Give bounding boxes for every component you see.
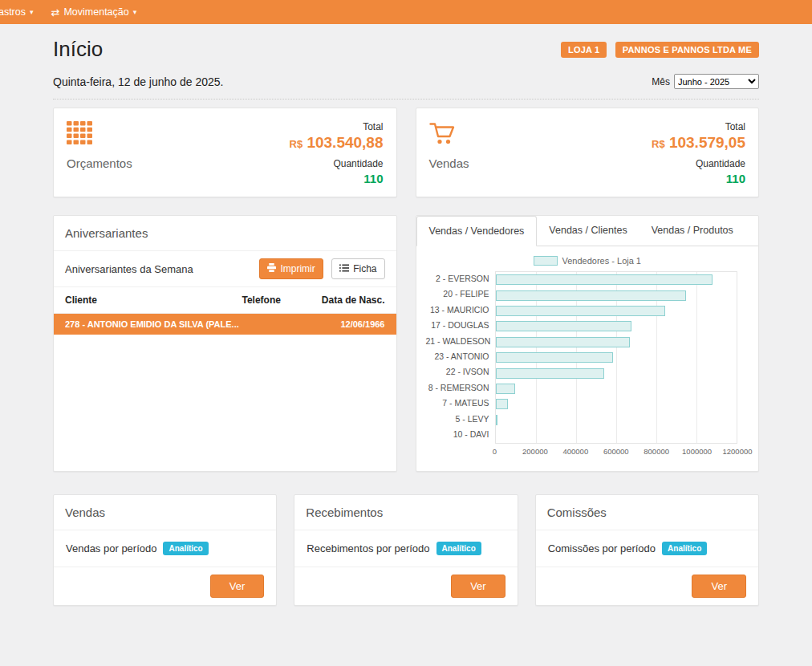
- ver-button[interactable]: Ver: [692, 575, 746, 598]
- date-row: Quinta-feira, 12 de junho de 2025. Mês J…: [53, 74, 759, 89]
- chart-category-label: 7 - MATEUS: [426, 396, 495, 411]
- chart-category-label: 2 - EVERSON: [426, 271, 495, 286]
- quantity-label: Quantidade: [290, 158, 384, 169]
- ver-button[interactable]: Ver: [210, 575, 265, 598]
- chart-category-label: 8 - REMERSON: [426, 380, 495, 396]
- ver-button[interactable]: Ver: [451, 575, 505, 598]
- currency-symbol: R$: [290, 138, 303, 150]
- stat-right: Total R$ 103.540,88 Quantidade 110: [290, 121, 384, 184]
- birthdays-buttons: Imprimir Ficha: [259, 258, 384, 279]
- file-button[interactable]: Ficha: [331, 258, 384, 279]
- divider: [53, 99, 759, 99]
- total-label: Total: [652, 121, 745, 132]
- bar-chart: 2 - EVERSON20 - FELIPE13 - MAURICIO17 - …: [416, 271, 759, 458]
- chevron-down-icon: ▾: [133, 8, 137, 16]
- print-button[interactable]: Imprimir: [259, 258, 323, 279]
- list-icon: [339, 263, 349, 274]
- gridline: [696, 272, 697, 443]
- analytic-badge: Analítico: [662, 542, 707, 555]
- panel-text: Vendas por período: [66, 542, 156, 554]
- panel-recebimentos: Recebimentos Recebimentos por período An…: [294, 494, 518, 606]
- chart-category-label: 22 - IVSON: [426, 364, 495, 380]
- chart-category-label: 17 - DOUGLAS: [426, 318, 495, 333]
- panel-text: Comissões por período: [548, 542, 656, 554]
- quantity-value: 110: [290, 172, 384, 185]
- stat-title: Vendas: [429, 156, 469, 170]
- panel-title: Vendas: [54, 495, 276, 530]
- tab-vendas-produtos[interactable]: Vendas / Produtos: [639, 216, 745, 246]
- calculator-icon: [67, 121, 132, 148]
- birthdays-title: Aniversariantes: [54, 216, 396, 251]
- panel-footer: Ver: [536, 567, 758, 605]
- chevron-down-icon: ▾: [30, 8, 34, 16]
- chart-tabs: Vendas / Vendedores Vendas / Clientes Ve…: [416, 216, 759, 246]
- tab-vendas-clientes[interactable]: Vendas / Clientes: [537, 216, 639, 246]
- stat-title: Orçamentos: [67, 156, 132, 170]
- nav-item-cadastros[interactable]: Cadastros ▾: [0, 0, 43, 24]
- panel-footer: Ver: [54, 567, 276, 605]
- transfer-icon: ⇄: [51, 6, 60, 18]
- birthdays-subtitle: Aniversariantes da Semana: [65, 263, 193, 275]
- panel-body: Recebimentos por período Analítico: [294, 530, 517, 567]
- tab-vendas-vendedores[interactable]: Vendas / Vendedores: [416, 216, 538, 246]
- chart-legend[interactable]: Vendedores - Loja 1: [416, 256, 759, 266]
- birthdays-table-header: Cliente Telefone Data de Nasc.: [54, 287, 396, 314]
- nav-item-label: Movimentação: [63, 6, 128, 18]
- chart-bar: [496, 337, 631, 347]
- analytic-badge: Analítico: [436, 542, 481, 555]
- legend-label: Vendedores - Loja 1: [562, 256, 641, 266]
- x-tick-label: 1200000: [723, 447, 753, 456]
- total-label: Total: [290, 121, 384, 132]
- column-header-telefone: Telefone: [242, 294, 311, 306]
- x-tick-label: 1000000: [682, 447, 712, 456]
- panel-title: Comissões: [536, 495, 758, 530]
- chart-bar: [496, 274, 713, 285]
- panel-title: Recebimentos: [294, 495, 517, 530]
- chart-category-label: 13 - MAURICIO: [426, 303, 495, 318]
- total-amount: R$ 103.579,05: [652, 134, 745, 152]
- x-tick-label: 600000: [603, 447, 629, 456]
- chart-bar: [496, 399, 508, 409]
- chart-bar: [496, 306, 666, 316]
- month-label: Mês: [652, 76, 670, 87]
- company-badge: PANNOS E PANNOS LTDA ME: [615, 42, 759, 58]
- chart-category-label: 10 - DAVI: [426, 427, 495, 442]
- quantity-label: Quantidade: [652, 158, 745, 169]
- chart-bar: [496, 368, 604, 379]
- chart-category-label: 23 - ANTONIO: [426, 349, 495, 364]
- nav-item-movimentacao[interactable]: ⇄ Movimentação ▾: [43, 0, 146, 24]
- legend-swatch: [534, 256, 558, 266]
- table-row[interactable]: 278 - ANTONIO EMIDIO DA SILVA (PALE... 1…: [54, 314, 396, 335]
- chart-area: 2 - EVERSON20 - FELIPE13 - MAURICIO17 - …: [426, 271, 738, 444]
- stat-right: Total R$ 103.579,05 Quantidade 110: [652, 121, 745, 184]
- chart-bar: [496, 384, 516, 394]
- chart-category-label: 5 - LEVY: [426, 412, 495, 427]
- nav-item-label: Cadastros: [0, 6, 26, 18]
- currency-symbol: R$: [652, 138, 665, 150]
- panels-row: Vendas Vendas por período Analítico Ver …: [53, 494, 759, 606]
- total-amount: R$ 103.540,88: [290, 134, 384, 152]
- x-tick-label: 400000: [562, 447, 588, 456]
- chart-bar: [496, 352, 613, 363]
- top-navbar: Cadastros ▾ ⇄ Movimentação ▾: [0, 0, 812, 24]
- current-date: Quinta-feira, 12 de junho de 2025.: [53, 75, 224, 88]
- chart-bar: [496, 415, 497, 425]
- chart-category-label: 20 - FELIPE: [426, 286, 495, 302]
- quantity-value: 110: [652, 172, 745, 185]
- stat-left: Vendas: [429, 121, 469, 184]
- birthdays-card: Aniversariantes Aniversariantes da Seman…: [53, 215, 397, 472]
- panel-vendas: Vendas Vendas por período Analítico Ver: [53, 494, 277, 606]
- amount-value: 103.579,05: [669, 134, 745, 151]
- x-tick-label: 200000: [522, 447, 548, 456]
- page-title: Início: [53, 37, 103, 62]
- chart-bar: [496, 321, 631, 331]
- amount-value: 103.540,88: [307, 134, 383, 151]
- printer-icon: [267, 263, 276, 274]
- birthdate-cell: 12/06/1966: [311, 319, 385, 329]
- x-tick-label: 800000: [644, 447, 669, 456]
- month-select[interactable]: Junho - 2025: [674, 74, 759, 89]
- header-badges: LOJA 1 PANNOS E PANNOS LTDA ME: [556, 42, 759, 58]
- panel-comissoes: Comissões Comissões por período Analític…: [535, 494, 759, 606]
- store-badge: LOJA 1: [561, 42, 607, 58]
- stat-card-vendas: Vendas Total R$ 103.579,05 Quantidade 11…: [416, 108, 760, 197]
